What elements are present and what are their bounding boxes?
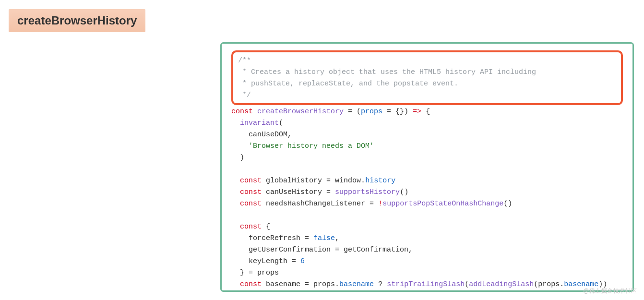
txt: = <box>300 280 313 288</box>
ident: getUserConfirmation <box>249 246 331 254</box>
txt: = {}) <box>382 108 413 116</box>
kw: const <box>231 108 253 116</box>
str: 'Browser history needs a DOM' <box>249 142 374 150</box>
txt: ( <box>279 119 283 127</box>
ident: keyLength <box>249 257 287 265</box>
comment-block: /** * Creates a history object that uses… <box>238 55 616 101</box>
txt: () <box>503 200 512 208</box>
comment-highlight: /** * Creates a history object that uses… <box>231 50 623 105</box>
txt: . <box>560 280 564 288</box>
ident: needsHashChangeListener <box>266 200 365 208</box>
watermark-text: @稀土掘金技术社区 <box>583 288 637 294</box>
txt: = props <box>244 269 279 277</box>
watermark: @稀土掘金技术社区 <box>583 287 637 295</box>
op: ! <box>378 200 382 208</box>
kw: const <box>240 200 262 208</box>
ident: canUseDOM <box>249 131 287 139</box>
ident: props <box>538 280 560 288</box>
ident: props <box>313 280 335 288</box>
kw: const <box>240 280 262 288</box>
txt: } <box>240 269 244 277</box>
num: 6 <box>300 257 305 265</box>
ident: globalHistory <box>266 177 322 185</box>
kw: const <box>240 177 262 185</box>
txt: . <box>361 177 365 185</box>
fn: supportsPopStateOnHashChange <box>382 200 503 208</box>
title-text: createBrowserHistory <box>17 14 137 27</box>
ident: props <box>361 108 382 116</box>
fn: invariant <box>240 119 279 127</box>
ident: canUseHistory <box>266 188 322 196</box>
txt: ) <box>240 154 244 162</box>
comment-line: * pushState, replaceState, and the popst… <box>238 80 458 88</box>
prop: history <box>365 177 395 185</box>
fn: addLeadingSlash <box>469 280 534 288</box>
comment-line: */ <box>238 91 251 99</box>
kw: const <box>240 223 262 231</box>
txt: { <box>421 108 430 116</box>
txt: = <box>344 108 357 116</box>
prop: basename <box>339 280 374 288</box>
txt: . <box>335 280 339 288</box>
ident: basename <box>266 280 300 288</box>
comment-line: /** <box>238 57 251 65</box>
title-badge: createBrowserHistory <box>9 9 145 32</box>
code-body: const createBrowserHistory = (props = {}… <box>231 106 623 290</box>
comment-line: * Creates a history object that uses the… <box>238 68 536 76</box>
txt: ? <box>374 280 387 288</box>
kw: const <box>240 188 262 196</box>
txt: () <box>400 188 408 196</box>
code-panel: /** * Creates a history object that uses… <box>220 42 634 292</box>
fn: stripTrailingSlash <box>387 280 465 288</box>
ident: window <box>335 177 361 185</box>
ident: getConfirmation <box>344 246 408 254</box>
fn: supportsHistory <box>335 188 400 196</box>
fn-name: createBrowserHistory <box>257 108 344 116</box>
arrow: => <box>413 108 421 116</box>
txt: , <box>408 246 413 254</box>
bool: false <box>313 234 335 242</box>
txt: ( <box>357 108 361 116</box>
txt: , <box>287 131 292 139</box>
ident: forceRefresh <box>249 234 300 242</box>
txt: , <box>335 234 339 242</box>
txt: { <box>266 223 270 231</box>
